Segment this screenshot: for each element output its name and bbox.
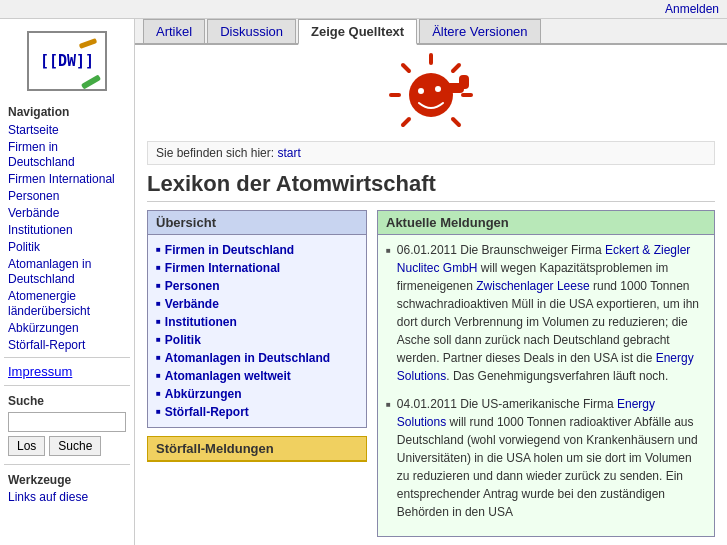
nav-list: Startseite Firmen in Deutschland Firmen … xyxy=(0,121,134,353)
breadcrumb-start-link[interactable]: start xyxy=(277,146,300,160)
tools-section: Werkzeuge Links auf diese xyxy=(0,469,134,508)
red-sun-icon xyxy=(381,53,481,133)
nav-section-title: Navigation xyxy=(0,99,134,121)
sidebar-item-abkuerzungen[interactable]: Abkürzungen xyxy=(8,321,79,335)
sidebar-item-politik[interactable]: Politik xyxy=(8,240,40,254)
stoerfall-title: Störfall-Meldungen xyxy=(148,437,366,461)
list-item: Abkürzungen xyxy=(156,385,358,403)
sidebar-logo: [[DW]] xyxy=(0,23,134,99)
list-item: Politik xyxy=(8,238,126,255)
list-item: Firmen in Deutschland xyxy=(156,241,358,259)
tab-zeige-quelltext[interactable]: Zeige Quelltext xyxy=(298,19,417,45)
list-item: Institutionen xyxy=(156,313,358,331)
content-area: Sie befinden sich hier: start Lexikon de… xyxy=(135,45,727,545)
news-box: Aktuelle Meldungen 06.01.2011 Die Brauns… xyxy=(377,210,715,537)
tools-title: Werkzeuge xyxy=(8,473,126,487)
sidebar-item-institutionen[interactable]: Institutionen xyxy=(8,223,73,237)
sidebar-item-startseite[interactable]: Startseite xyxy=(8,123,59,137)
left-column: Übersicht Firmen in Deutschland Firmen I… xyxy=(147,210,367,537)
overview-abkuerzungen[interactable]: Abkürzungen xyxy=(165,387,242,401)
news-content: 06.01.2011 Die Braunschweiger Firma Ecke… xyxy=(378,235,714,537)
overview-list: Firmen in Deutschland Firmen Internation… xyxy=(148,235,366,427)
tools-links-item[interactable]: Links auf diese xyxy=(8,490,88,504)
svg-line-4 xyxy=(453,119,459,125)
svg-line-2 xyxy=(453,65,459,71)
list-item: Verbände xyxy=(8,204,126,221)
stoerfall-box: Störfall-Meldungen xyxy=(147,436,367,462)
tab-artikel[interactable]: Artikel xyxy=(143,19,205,43)
sidebar-item-atomenergie[interactable]: Atomenergie länderübersicht xyxy=(8,289,90,318)
impressum-link-container: Impressum xyxy=(0,362,134,381)
overview-firmen-de[interactable]: Firmen in Deutschland xyxy=(165,243,294,257)
pen-icon xyxy=(79,38,98,49)
breadcrumb: Sie befinden sich hier: start xyxy=(147,141,715,165)
overview-atomanlagen-ww[interactable]: Atomanlagen weltweit xyxy=(165,369,291,383)
search-buttons: Los Suche xyxy=(8,436,126,456)
search-los-button[interactable]: Los xyxy=(8,436,45,456)
list-item: Personen xyxy=(156,277,358,295)
news-item-2: 04.01.2011 Die US-amerikanische Firma En… xyxy=(386,395,706,521)
sidebar-divider xyxy=(4,357,130,358)
search-section: Suche Los Suche xyxy=(0,390,134,460)
list-item: Firmen International xyxy=(8,170,126,187)
two-column-layout: Übersicht Firmen in Deutschland Firmen I… xyxy=(147,210,715,537)
list-item: Institutionen xyxy=(8,221,126,238)
overview-title: Übersicht xyxy=(148,211,366,235)
overview-verbaende[interactable]: Verbände xyxy=(165,297,219,311)
news-item-2-text: 04.01.2011 Die US-amerikanische Firma En… xyxy=(397,395,706,521)
sidebar-divider3 xyxy=(4,464,130,465)
list-item: Verbände xyxy=(156,295,358,313)
search-input[interactable] xyxy=(8,412,126,432)
sidebar-item-firmen-int[interactable]: Firmen International xyxy=(8,172,115,186)
sidebar: [[DW]] Navigation Startseite Firmen in D… xyxy=(0,19,135,545)
impressum-link[interactable]: Impressum xyxy=(8,364,72,379)
overview-stoerfall[interactable]: Störfall-Report xyxy=(165,405,249,419)
main-content: Artikel Diskussion Zeige Quelltext Älter… xyxy=(135,19,727,545)
logo-text: [[DW]] xyxy=(40,52,94,70)
overview-box: Übersicht Firmen in Deutschland Firmen I… xyxy=(147,210,367,428)
news-1-text-before: 06.01.2011 Die Braunschweiger Firma xyxy=(397,243,605,257)
list-item: Atomanlagen in Deutschland xyxy=(156,349,358,367)
list-item: Störfall-Report xyxy=(156,403,358,421)
tab-diskussion[interactable]: Diskussion xyxy=(207,19,296,43)
svg-point-0 xyxy=(409,73,453,117)
news-title: Aktuelle Meldungen xyxy=(378,211,714,235)
sidebar-item-verbaende[interactable]: Verbände xyxy=(8,206,59,220)
list-item: Politik xyxy=(156,331,358,349)
sidebar-item-stoerfall[interactable]: Störfall-Report xyxy=(8,338,85,352)
sidebar-item-firmen-de[interactable]: Firmen in Deutschland xyxy=(8,140,75,169)
top-bar: Anmelden xyxy=(0,0,727,19)
breadcrumb-label: Sie befinden sich hier: xyxy=(156,146,274,160)
list-item: Atomenergie länderübersicht xyxy=(8,287,126,319)
right-column: Aktuelle Meldungen 06.01.2011 Die Brauns… xyxy=(377,210,715,537)
sidebar-navigation: Navigation Startseite Firmen in Deutschl… xyxy=(0,99,134,353)
list-item: Störfall-Report xyxy=(8,336,126,353)
overview-institutionen[interactable]: Institutionen xyxy=(165,315,237,329)
news-1-text-end: . Das Genehmigungsverfahren läuft noch. xyxy=(446,369,668,383)
login-link[interactable]: Anmelden xyxy=(665,2,719,16)
svg-rect-11 xyxy=(459,75,469,89)
overview-personen[interactable]: Personen xyxy=(165,279,220,293)
news-1-link-leese[interactable]: Zwischenlager Leese xyxy=(476,279,589,293)
overview-atomanlagen-de[interactable]: Atomanlagen in Deutschland xyxy=(165,351,330,365)
tab-aeltere-versionen[interactable]: Ältere Versionen xyxy=(419,19,540,43)
svg-line-5 xyxy=(403,65,409,71)
news-2-text-middle: will rund 1000 Tonnen radioaktiver Abfäl… xyxy=(397,415,698,519)
sidebar-item-atomanlagen-de[interactable]: Atomanlagen in Deutschland xyxy=(8,257,91,286)
svg-point-9 xyxy=(435,86,441,92)
overview-politik[interactable]: Politik xyxy=(165,333,201,347)
list-item: Atomanlagen weltweit xyxy=(156,367,358,385)
sidebar-item-personen[interactable]: Personen xyxy=(8,189,59,203)
list-item: Personen xyxy=(8,187,126,204)
overview-firmen-int[interactable]: Firmen International xyxy=(165,261,280,275)
svg-point-8 xyxy=(418,88,424,94)
search-suche-button[interactable]: Suche xyxy=(49,436,101,456)
svg-line-7 xyxy=(403,119,409,125)
list-item: Abkürzungen xyxy=(8,319,126,336)
search-title: Suche xyxy=(8,394,126,408)
wiki-logo: [[DW]] xyxy=(27,31,107,91)
content-logo xyxy=(147,53,715,133)
tab-bar: Artikel Diskussion Zeige Quelltext Älter… xyxy=(135,19,727,45)
list-item: Startseite xyxy=(8,121,126,138)
list-item: Firmen in Deutschland xyxy=(8,138,126,170)
